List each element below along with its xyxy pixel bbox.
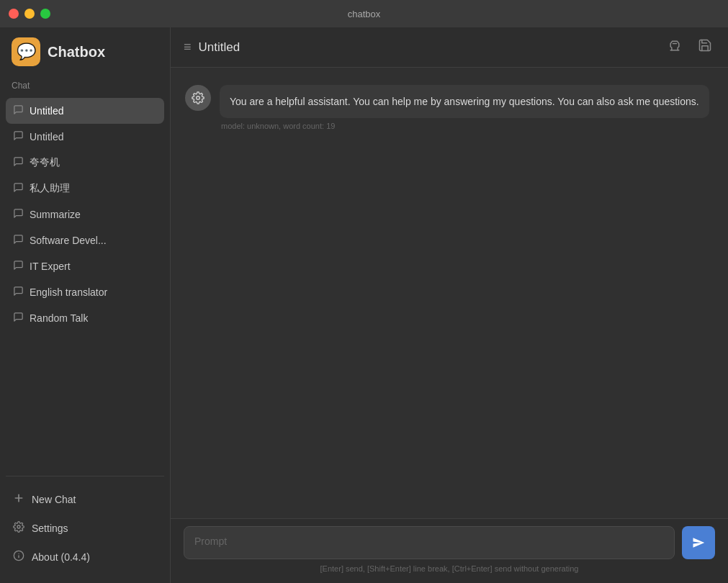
maximize-button[interactable] (40, 9, 50, 19)
prompt-input[interactable] (184, 526, 675, 559)
chat-item-label: Untitled (30, 105, 63, 117)
sidebar-item-untitled-1[interactable]: Untitled (6, 98, 164, 124)
logo-area: 💬 Chatbox (0, 27, 170, 76)
settings-icon (13, 521, 24, 535)
sidebar-divider (6, 476, 164, 476)
logo-icon: 💬 (12, 37, 40, 66)
sidebar-item-it-expert[interactable]: IT Expert (6, 253, 164, 279)
sidebar-action-about[interactable]: About (0.4.4) (6, 543, 164, 571)
sidebar-item-untitled-2[interactable]: Untitled (6, 124, 164, 150)
save-button[interactable] (695, 35, 715, 59)
topbar-title: Untitled (199, 40, 241, 55)
title-bar: chatbox (0, 0, 728, 27)
sidebar-item-english-translator[interactable]: English translator (6, 279, 164, 305)
chat-area: You are a helpful assistant. You can hel… (171, 68, 728, 518)
new-chat-icon (13, 492, 24, 507)
sidebar-item-random-talk[interactable]: Random Talk (6, 305, 164, 331)
sidebar-item-software-devel[interactable]: Software Devel... (6, 227, 164, 253)
chat-icon (13, 208, 24, 221)
chat-icon (13, 312, 24, 325)
topbar: ≡ Untitled (171, 27, 728, 68)
chat-item-label: 私人助理 (30, 182, 70, 195)
chat-item-label: English translator (30, 286, 107, 298)
chat-section-label: Chat (0, 76, 170, 95)
message-content: You are a helpful assistant. You can hel… (220, 85, 714, 130)
close-button[interactable] (9, 9, 19, 19)
chat-icon (13, 156, 24, 169)
chat-icon (13, 182, 24, 195)
topbar-right (665, 35, 715, 59)
sidebar-action-settings[interactable]: Settings (6, 514, 164, 543)
menu-icon[interactable]: ≡ (184, 40, 192, 55)
chat-item-label: Summarize (30, 209, 81, 220)
settings-label: Settings (32, 523, 68, 534)
clean-button[interactable] (665, 35, 685, 59)
chat-icon (13, 234, 24, 247)
sidebar-actions: New Chat Settings About (0.4.4) (0, 479, 170, 583)
sidebar-item-kaokao[interactable]: 夸夸机 (6, 150, 164, 176)
svg-point-2 (17, 525, 20, 528)
svg-point-6 (197, 96, 200, 100)
about-icon (13, 550, 24, 564)
chat-icon (13, 260, 24, 273)
message-text: You are a helpful assistant. You can hel… (220, 85, 709, 118)
chat-item-label: Random Talk (30, 312, 88, 324)
chat-icon (13, 104, 24, 117)
input-area: [Enter] send, [Shift+Enter] line break, … (171, 518, 728, 583)
avatar (185, 85, 211, 111)
chat-item-label: 夸夸机 (30, 156, 60, 169)
chat-item-label: Untitled (30, 131, 63, 143)
app-container: 💬 Chatbox Chat Untitled Untitled (0, 27, 728, 583)
minimize-button[interactable] (24, 9, 35, 19)
main-content: ≡ Untitled (171, 27, 728, 583)
chat-icon (13, 130, 24, 143)
input-row (184, 526, 715, 559)
new-chat-label: New Chat (32, 494, 76, 505)
chat-icon (13, 286, 24, 299)
sidebar: 💬 Chatbox Chat Untitled Untitled (0, 27, 171, 583)
send-button[interactable] (682, 526, 715, 559)
chat-list: Untitled Untitled 夸夸机 私人助理 Summarize (0, 95, 170, 473)
sidebar-action-new-chat[interactable]: New Chat (6, 485, 164, 514)
sidebar-item-summarize[interactable]: Summarize (6, 202, 164, 227)
message-meta: model: unknown, word count: 19 (220, 122, 714, 130)
about-label: About (0.4.4) (32, 551, 90, 563)
sidebar-item-private-assistant[interactable]: 私人助理 (6, 176, 164, 202)
window-title: chatbox (348, 9, 381, 19)
chat-item-label: Software Devel... (30, 235, 107, 246)
topbar-left: ≡ Untitled (184, 40, 240, 55)
logo-text: Chatbox (48, 44, 105, 60)
chat-item-label: IT Expert (30, 261, 71, 272)
input-hint: [Enter] send, [Shift+Enter] line break, … (184, 564, 715, 573)
window-controls (9, 9, 50, 19)
message-block: You are a helpful assistant. You can hel… (185, 85, 714, 130)
